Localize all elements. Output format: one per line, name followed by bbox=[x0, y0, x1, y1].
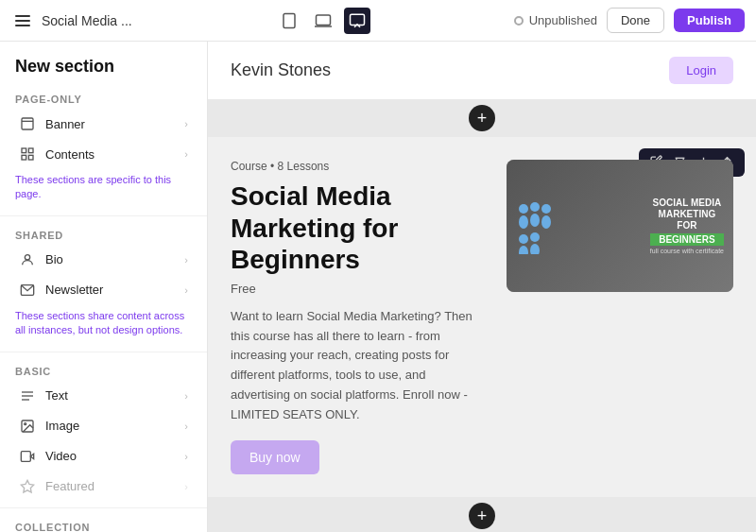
sidebar-item-text-label: Text bbox=[45, 388, 68, 403]
menu-icon[interactable] bbox=[11, 11, 34, 30]
sidebar-item-image-label: Image bbox=[45, 419, 79, 433]
svg-point-17 bbox=[25, 422, 26, 424]
sidebar-item-featured: Featured › bbox=[4, 472, 203, 502]
page-header: Kevin Stones Login bbox=[208, 42, 756, 99]
svg-rect-8 bbox=[28, 148, 33, 153]
publish-button[interactable]: Publish bbox=[674, 9, 745, 32]
svg-rect-0 bbox=[284, 13, 295, 27]
main-layout: New section PAGE-ONLY Banner › Contents … bbox=[0, 42, 756, 532]
sidebar-item-text[interactable]: Text › bbox=[4, 381, 203, 411]
svg-point-34 bbox=[519, 246, 528, 254]
topbar: Social Media ... Unpublished Done Publis… bbox=[0, 0, 756, 42]
course-text: Course • 8 Lessons Social Media Marketin… bbox=[231, 160, 488, 474]
buy-button[interactable]: Buy now bbox=[231, 440, 319, 474]
course-image-text-overlay: SOCIAL MEDIAMARKETINGFOR BEGINNERS full … bbox=[650, 197, 724, 254]
svg-point-32 bbox=[541, 215, 551, 229]
chevron-icon: › bbox=[184, 254, 188, 266]
topbar-left: Social Media ... bbox=[11, 11, 132, 30]
publish-status: Unpublished bbox=[514, 13, 597, 27]
text-icon bbox=[19, 387, 36, 404]
course-image-inner: SOCIAL MEDIAMARKETINGFOR BEGINNERS full … bbox=[507, 160, 733, 292]
svg-point-31 bbox=[541, 204, 551, 214]
add-section-button-top[interactable]: + bbox=[469, 105, 495, 131]
group-shared: SHARED bbox=[0, 222, 207, 245]
group-collection: COLLECTION bbox=[0, 514, 207, 532]
svg-point-27 bbox=[519, 204, 528, 214]
sidebar-item-banner[interactable]: Banner › bbox=[4, 109, 203, 139]
course-title: Social Media Marketing for Beginners bbox=[231, 180, 488, 276]
banner-icon bbox=[19, 115, 36, 132]
login-button[interactable]: Login bbox=[669, 57, 733, 84]
contents-icon bbox=[19, 146, 36, 163]
svg-point-28 bbox=[519, 215, 528, 229]
newsletter-icon bbox=[19, 282, 36, 299]
svg-point-30 bbox=[530, 214, 540, 227]
device-switcher bbox=[276, 8, 370, 34]
bio-icon bbox=[19, 251, 36, 268]
add-section-top: + bbox=[208, 99, 756, 137]
sidebar: New section PAGE-ONLY Banner › Contents … bbox=[0, 42, 208, 532]
laptop-icon[interactable] bbox=[310, 8, 336, 34]
done-button[interactable]: Done bbox=[607, 8, 664, 33]
chevron-icon: › bbox=[184, 118, 188, 129]
chevron-icon: › bbox=[184, 148, 188, 160]
author-name: Kevin Stones bbox=[231, 60, 331, 80]
desktop-icon[interactable] bbox=[344, 8, 370, 34]
topbar-title: Social Media ... bbox=[42, 13, 132, 28]
chevron-icon: › bbox=[184, 284, 188, 296]
svg-point-11 bbox=[25, 254, 29, 259]
page-only-note: These sections are specific to this page… bbox=[0, 169, 207, 210]
course-description: Want to learn Social Media Marketing? Th… bbox=[231, 307, 488, 425]
people-icons bbox=[516, 197, 582, 254]
sidebar-item-newsletter-label: Newsletter bbox=[45, 283, 103, 297]
sidebar-item-banner-label: Banner bbox=[45, 117, 85, 131]
sidebar-item-newsletter[interactable]: Newsletter › bbox=[4, 275, 203, 305]
sidebar-title: New section bbox=[0, 57, 207, 86]
svg-rect-2 bbox=[316, 15, 330, 26]
sidebar-item-contents-label: Contents bbox=[45, 147, 94, 162]
sidebar-item-video-label: Video bbox=[45, 449, 77, 463]
svg-point-35 bbox=[530, 232, 540, 242]
svg-point-33 bbox=[519, 234, 528, 244]
sidebar-item-contents[interactable]: Contents › bbox=[4, 139, 203, 169]
group-basic: BASIC bbox=[0, 358, 207, 381]
sidebar-item-bio[interactable]: Bio › bbox=[4, 245, 203, 275]
featured-icon bbox=[19, 478, 36, 495]
chevron-icon: › bbox=[184, 481, 188, 492]
course-section: Course • 8 Lessons Social Media Marketin… bbox=[208, 137, 756, 497]
course-content: Course • 8 Lessons Social Media Marketin… bbox=[231, 160, 733, 474]
tablet-icon[interactable] bbox=[276, 8, 302, 34]
sidebar-item-video[interactable]: Video › bbox=[4, 441, 203, 472]
svg-marker-20 bbox=[21, 480, 33, 492]
svg-rect-5 bbox=[22, 118, 33, 129]
sidebar-item-image[interactable]: Image › bbox=[4, 411, 203, 441]
shared-note: These sections share content across all … bbox=[0, 305, 207, 346]
image-icon bbox=[19, 418, 36, 435]
svg-rect-10 bbox=[28, 155, 33, 160]
add-section-button-bottom[interactable]: + bbox=[469, 503, 495, 529]
course-label: Course • 8 Lessons bbox=[231, 160, 488, 173]
svg-point-29 bbox=[530, 202, 540, 212]
svg-point-36 bbox=[530, 244, 540, 254]
svg-rect-9 bbox=[22, 155, 26, 160]
sidebar-item-bio-label: Bio bbox=[45, 252, 63, 266]
status-label: Unpublished bbox=[529, 13, 597, 27]
svg-rect-18 bbox=[21, 451, 30, 461]
svg-rect-7 bbox=[22, 148, 26, 153]
add-section-bottom: + bbox=[208, 497, 756, 532]
chevron-icon: › bbox=[184, 451, 188, 462]
chevron-icon: › bbox=[184, 390, 188, 402]
video-icon bbox=[19, 448, 36, 465]
course-image: SOCIAL MEDIAMARKETINGFOR BEGINNERS full … bbox=[507, 160, 733, 292]
status-dot bbox=[514, 16, 524, 26]
course-price: Free bbox=[231, 282, 488, 296]
chevron-icon: › bbox=[184, 420, 188, 432]
group-page-only: PAGE-ONLY bbox=[0, 86, 207, 109]
sidebar-item-featured-label: Featured bbox=[45, 479, 94, 493]
content-area: Kevin Stones Login + bbox=[208, 42, 756, 532]
topbar-right: Unpublished Done Publish bbox=[514, 8, 745, 33]
